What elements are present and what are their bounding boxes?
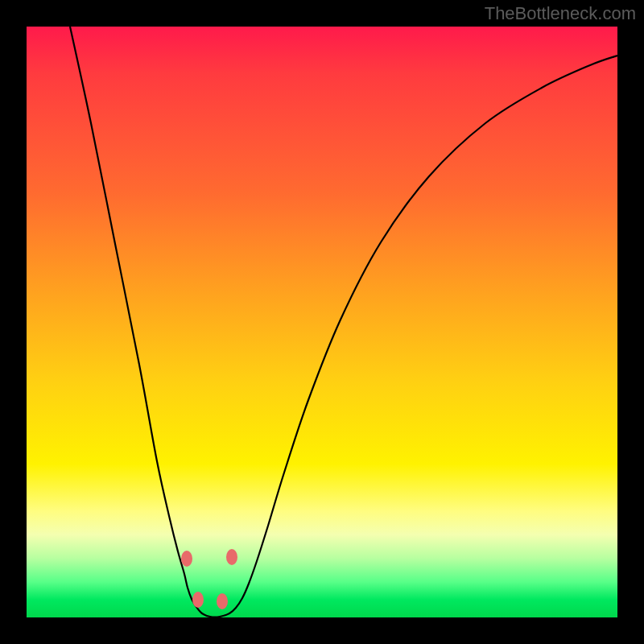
curve-marker-0 — [181, 551, 192, 567]
curve-marker-2 — [217, 593, 228, 609]
outer-frame: TheBottleneck.com — [0, 0, 644, 644]
bottleneck-curve — [70, 27, 617, 617]
curve-marker-3 — [226, 549, 237, 565]
plot-area — [27, 27, 617, 617]
watermark-text: TheBottleneck.com — [485, 3, 636, 24]
curve-markers — [181, 549, 237, 609]
curve-layer — [27, 27, 617, 617]
curve-marker-1 — [192, 592, 204, 608]
